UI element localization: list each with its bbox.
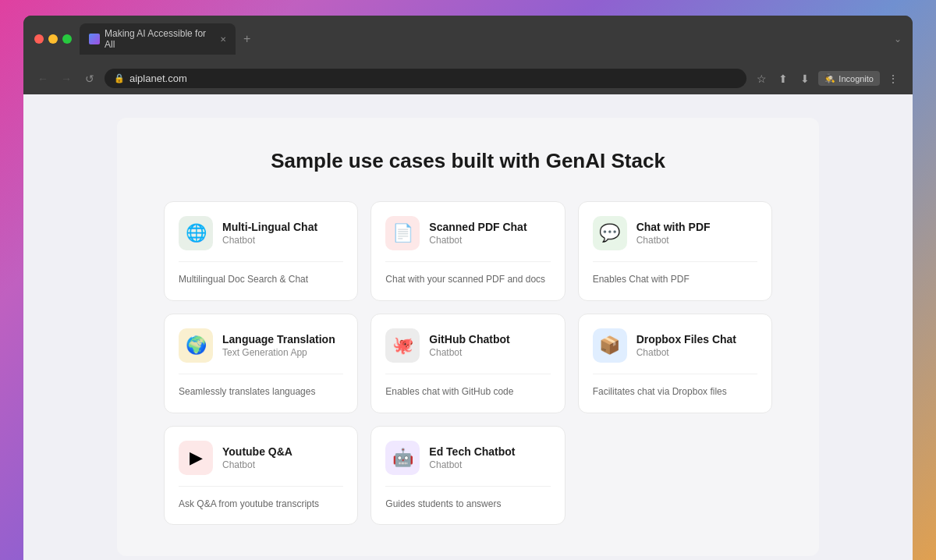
card-icon: 📄 [385, 216, 420, 250]
card-header: 🌍 Language Translation Text Generation A… [179, 328, 343, 374]
share-icon[interactable]: ⬆ [775, 70, 792, 87]
card-description: Seamlessly translates languages [179, 385, 343, 399]
close-button[interactable] [34, 34, 44, 44]
card-header: 💬 Chat with PDF Chatbot [593, 216, 757, 262]
card-info: Ed Tech Chatbot Chatbot [429, 445, 515, 470]
card-info: Chat with PDF Chatbot [636, 221, 711, 246]
card-title: Chat with PDF [636, 221, 711, 233]
card-info: Youtube Q&A Chatbot [222, 445, 292, 470]
incognito-label: Incognito [838, 74, 874, 83]
active-tab[interactable]: Making AI Accessible for All ✕ [80, 23, 236, 55]
card-header: 🤖 Ed Tech Chatbot Chatbot [385, 441, 550, 487]
page-container: Sample use cases built with GenAI Stack … [117, 118, 819, 556]
card-subtitle: Chatbot [429, 235, 526, 246]
tab-close-icon[interactable]: ✕ [220, 35, 226, 44]
card-github-chatbot[interactable]: 🐙 GitHub Chatbot Chatbot Enables chat wi… [370, 314, 565, 413]
browser-page: Sample use cases built with GenAI Stack … [23, 94, 913, 560]
card-header: 📦 Dropbox Files Chat Chatbot [593, 328, 757, 374]
card-icon: 🌍 [179, 328, 213, 363]
card-language-translation[interactable]: 🌍 Language Translation Text Generation A… [164, 314, 358, 413]
url-text: aiplanet.com [129, 73, 187, 84]
card-info: Multi-Lingual Chat Chatbot [222, 221, 317, 246]
card-ed-tech-chatbot[interactable]: 🤖 Ed Tech Chatbot Chatbot Guides student… [370, 426, 565, 526]
card-subtitle: Text Generation App [222, 347, 335, 358]
card-subtitle: Chatbot [222, 459, 292, 470]
card-description: Facilitates chat via Dropbox files [593, 385, 757, 399]
card-header: 🐙 GitHub Chatbot Chatbot [385, 328, 550, 374]
card-info: Dropbox Files Chat Chatbot [636, 333, 736, 358]
tab-bar: Making AI Accessible for All ✕ + [80, 23, 886, 55]
new-tab-button[interactable]: + [239, 30, 255, 48]
card-youtube-qa[interactable]: ▶ Youtube Q&A Chatbot Ask Q&A from youtu… [164, 426, 358, 526]
card-header: 🌐 Multi-Lingual Chat Chatbot [179, 216, 343, 262]
card-subtitle: Chatbot [636, 235, 711, 246]
card-description: Enables Chat with PDF [593, 273, 757, 286]
card-icon: 💬 [593, 216, 627, 250]
collapse-icon[interactable]: ⌄ [894, 34, 902, 44]
card-subtitle: Chatbot [636, 347, 736, 358]
card-description: Guides students to answers [385, 498, 550, 511]
traffic-lights [34, 34, 72, 44]
browser-titlebar: Making AI Accessible for All ✕ + ⌄ [23, 16, 913, 62]
card-title: Scanned PDF Chat [429, 221, 526, 233]
card-header: ▶ Youtube Q&A Chatbot [179, 441, 343, 487]
card-icon: ▶ [179, 441, 213, 475]
card-icon: 🌐 [179, 216, 213, 250]
card-title: Language Translation [222, 333, 335, 346]
toolbar-actions: ☆ ⬆ ⬇ 🕵 Incognito ⋮ [753, 70, 902, 87]
card-subtitle: Chatbot [429, 459, 515, 470]
card-info: Scanned PDF Chat Chatbot [429, 221, 526, 246]
card-dropbox-files-chat[interactable]: 📦 Dropbox Files Chat Chatbot Facilitates… [578, 314, 772, 413]
download-icon[interactable]: ⬇ [796, 70, 814, 87]
forward-button[interactable]: → [58, 70, 75, 87]
card-scanned-pdf-chat[interactable]: 📄 Scanned PDF Chat Chatbot Chat with you… [370, 201, 565, 301]
card-description: Ask Q&A from youtube transcripts [179, 498, 343, 511]
card-info: Language Translation Text Generation App [222, 333, 335, 358]
card-title: Multi-Lingual Chat [222, 221, 317, 233]
back-button[interactable]: ← [34, 70, 51, 87]
lock-icon: 🔒 [114, 73, 125, 83]
card-title: Ed Tech Chatbot [429, 445, 515, 458]
card-description: Enables chat with GitHub code [385, 385, 550, 399]
card-title: GitHub Chatbot [429, 333, 509, 346]
card-description: Chat with your scanned PDF and docs [385, 273, 550, 286]
card-subtitle: Chatbot [429, 347, 509, 358]
card-title: Dropbox Files Chat [636, 333, 736, 346]
card-subtitle: Chatbot [222, 235, 317, 246]
incognito-icon: 🕵 [824, 73, 835, 83]
page-title: Sample use cases built with GenAI Stack [164, 149, 772, 173]
card-description: Multilingual Doc Search & Chat [179, 273, 343, 286]
tab-favicon [89, 34, 100, 44]
address-bar[interactable]: 🔒 aiplanet.com [105, 69, 746, 88]
refresh-button[interactable]: ↺ [81, 70, 98, 87]
minimize-button[interactable] [48, 34, 58, 44]
maximize-button[interactable] [62, 34, 72, 44]
card-icon: 🐙 [385, 328, 420, 363]
card-multi-lingual-chat[interactable]: 🌐 Multi-Lingual Chat Chatbot Multilingua… [164, 201, 358, 301]
browser-window: Making AI Accessible for All ✕ + ⌄ ← → ↺… [23, 16, 913, 560]
browser-toolbar: ← → ↺ 🔒 aiplanet.com ☆ ⬆ ⬇ 🕵 Incognito ⋮ [23, 62, 913, 94]
card-icon: 📦 [593, 328, 627, 363]
bookmark-icon[interactable]: ☆ [753, 70, 770, 87]
card-info: GitHub Chatbot Chatbot [429, 333, 509, 358]
card-title: Youtube Q&A [222, 445, 292, 458]
cards-grid: 🌐 Multi-Lingual Chat Chatbot Multilingua… [164, 201, 772, 525]
incognito-badge: 🕵 Incognito [818, 71, 880, 86]
card-chat-with-pdf[interactable]: 💬 Chat with PDF Chatbot Enables Chat wit… [578, 201, 772, 301]
card-icon: 🤖 [385, 441, 420, 475]
card-header: 📄 Scanned PDF Chat Chatbot [385, 216, 550, 262]
more-options-icon[interactable]: ⋮ [885, 70, 902, 87]
tab-title: Making AI Accessible for All [105, 28, 212, 50]
